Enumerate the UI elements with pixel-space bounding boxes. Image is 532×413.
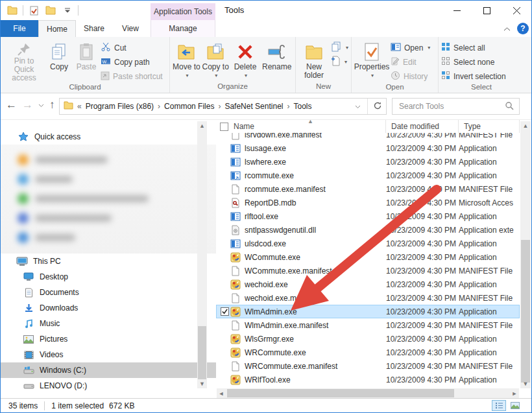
column-header-type[interactable]: Type <box>458 120 520 133</box>
row-checkbox[interactable] <box>221 239 229 248</box>
file-row[interactable]: WRCommute.exe10/23/2009 4:30 PMApplicati… <box>216 346 520 359</box>
file-row[interactable]: ReportDB.mdb10/23/2009 4:30 PMMicrosoft … <box>216 196 520 209</box>
row-checkbox[interactable] <box>221 375 229 384</box>
close-button[interactable] <box>502 1 531 20</box>
select-none-button[interactable]: Select none <box>441 55 506 69</box>
row-checkbox[interactable] <box>221 226 229 234</box>
row-checkbox[interactable] <box>221 212 229 220</box>
row-checkbox[interactable] <box>221 335 229 343</box>
list-horizontal-scrollbar[interactable]: ◄ ► <box>217 388 519 398</box>
tab-file[interactable]: File <box>1 20 38 37</box>
file-row[interactable]: WRCommute.exe.manifest10/23/2009 4:30 PM… <box>216 359 520 373</box>
file-row[interactable]: WlsGrmgr.exe10/23/2009 4:30 PMApplicatio… <box>216 332 520 346</box>
file-row[interactable]: sntlpasswdgenutil.dll10/23/2009 4:30 PMA… <box>216 223 520 237</box>
breadcrumb[interactable]: « Program Files (x86)›Common Files›SafeN… <box>59 98 387 115</box>
thumbnail-view-button[interactable] <box>508 400 522 411</box>
file-row[interactable]: lswhere.exe10/23/2009 4:30 PMApplication <box>216 155 520 169</box>
scroll-up-icon[interactable]: ▲ <box>197 121 207 130</box>
recent-locations-icon[interactable] <box>38 100 44 110</box>
row-checkbox[interactable] <box>221 144 229 152</box>
new-item-button[interactable]: ▾ <box>331 41 348 54</box>
select-all-button[interactable]: Select all <box>441 41 506 54</box>
file-row[interactable]: WCommute.exe10/23/2009 4:30 PMApplicatio… <box>216 250 520 264</box>
breadcrumb-segment[interactable]: Tools <box>291 102 314 111</box>
edit-button[interactable]: Edit <box>391 55 430 69</box>
invert-selection-button[interactable]: Invert selection <box>441 69 506 83</box>
scroll-down-icon[interactable]: ▼ <box>197 379 207 388</box>
file-row[interactable]: WlmAdmin.exe10/23/2009 4:30 PMApplicatio… <box>216 305 520 318</box>
tab-manage[interactable]: Manage <box>151 20 215 37</box>
scroll-down-icon[interactable]: ▼ <box>520 379 531 388</box>
file-row[interactable]: rcommute.exe.manifest10/23/2009 4:30 PMM… <box>216 182 520 196</box>
customize-qat-icon[interactable] <box>61 4 74 17</box>
scrollbar-thumb[interactable] <box>521 240 530 383</box>
row-checkbox[interactable] <box>221 294 229 302</box>
address-dropdown-icon[interactable] <box>351 102 365 111</box>
delete-button[interactable]: Delete ▾ <box>231 40 260 82</box>
back-icon[interactable]: ← <box>6 99 17 112</box>
search-input[interactable] <box>398 101 505 112</box>
file-row[interactable]: WRlfTool.exe10/23/2009 4:30 PMApplicatio… <box>216 373 520 386</box>
file-row[interactable]: wechoid.exe.manifest10/23/2009 4:30 PMMA… <box>216 291 520 305</box>
breadcrumb-separator-icon[interactable]: › <box>217 102 222 111</box>
breadcrumb-segment[interactable]: Program Files (x86) <box>83 102 156 111</box>
column-header-date-modified[interactable]: Date modified <box>385 120 458 133</box>
paste-shortcut-button[interactable]: Paste shortcut <box>101 69 163 83</box>
minimize-button[interactable] <box>442 1 472 20</box>
tab-view[interactable]: View <box>112 20 149 37</box>
pin-to-quick-access-button[interactable]: Pin to Quick access <box>3 40 45 82</box>
sidebar-item-lenovo-d[interactable]: LENOVO (D:) <box>1 378 216 394</box>
row-checkbox[interactable] <box>221 321 229 329</box>
sidebar-scrollbar[interactable]: ▲ ▼ <box>197 121 207 388</box>
sidebar-item-desktop[interactable]: Desktop <box>1 269 216 285</box>
row-checkbox[interactable] <box>221 198 229 207</box>
sidebar-item-windows-c[interactable]: Windows (C:) <box>1 362 216 378</box>
folder-icon[interactable] <box>6 4 19 17</box>
rename-button[interactable]: Rename <box>261 40 293 82</box>
sidebar-item-music[interactable]: Music <box>1 316 216 331</box>
sidebar-item-pictures[interactable]: Pictures <box>1 331 216 347</box>
scroll-right-icon[interactable]: ► <box>510 388 519 398</box>
tab-home[interactable]: Home <box>38 20 76 37</box>
row-checkbox[interactable] <box>221 307 229 316</box>
breadcrumb-separator-icon[interactable]: › <box>285 102 291 111</box>
cut-button[interactable]: Cut <box>101 41 163 54</box>
move-to-button[interactable]: Move to▾ <box>173 40 200 82</box>
refresh-icon[interactable] <box>370 101 385 112</box>
file-row[interactable]: lsusage.exe10/23/2009 4:30 PMApplication <box>216 141 520 155</box>
scrollbar-thumb[interactable] <box>227 389 454 397</box>
copy-button[interactable]: Copy <box>46 40 72 82</box>
sidebar-item-this-pc[interactable]: This PC <box>1 254 216 269</box>
scroll-left-icon[interactable]: ◄ <box>217 388 226 398</box>
row-checkbox[interactable] <box>221 266 229 275</box>
open-button[interactable]: Open ▾ <box>391 41 430 54</box>
maximize-button[interactable] <box>472 1 502 20</box>
row-checkbox[interactable] <box>221 158 229 166</box>
breadcrumb-segment[interactable]: Common Files <box>162 102 217 111</box>
help-icon[interactable]: ? <box>517 23 529 34</box>
row-checkbox[interactable] <box>221 280 229 289</box>
column-header-name[interactable]: Name ▲ <box>230 120 385 133</box>
scroll-up-icon[interactable]: ▲ <box>520 121 531 130</box>
file-row[interactable]: ulsdcod.exe10/23/2009 4:30 PMApplication <box>216 237 520 250</box>
details-view-button[interactable] <box>492 400 506 411</box>
up-icon[interactable]: ↑ <box>49 99 55 112</box>
row-checkbox[interactable] <box>221 185 229 193</box>
row-checkbox[interactable] <box>221 171 229 180</box>
paste-button[interactable]: Paste <box>73 40 99 82</box>
forward-icon[interactable]: → <box>22 99 33 112</box>
properties-button[interactable]: Properties ▾ <box>354 40 389 82</box>
sidebar-item-downloads[interactable]: Downloads <box>1 300 216 316</box>
file-row[interactable]: rlftool.exe10/23/2009 4:30 PMApplication <box>216 209 520 223</box>
properties-quick-icon[interactable] <box>27 4 40 17</box>
breadcrumb-overflow[interactable]: « <box>76 102 83 111</box>
sidebar-item-quick-access[interactable]: Quick access <box>1 129 216 145</box>
breadcrumb-separator-icon[interactable]: › <box>156 102 162 111</box>
easy-access-button[interactable]: ▾ <box>331 55 348 69</box>
row-checkbox[interactable] <box>221 253 229 261</box>
file-row[interactable]: WlmAdmin.exe.manifest10/23/2009 4:30 PMM… <box>216 318 520 332</box>
copy-path-button[interactable]: W... Copy path <box>101 55 163 69</box>
sidebar-item-documents[interactable]: Documents <box>1 285 216 300</box>
file-row[interactable]: WCommute.exe.manifest10/23/2009 4:30 PMM… <box>216 264 520 277</box>
sidebar-item-videos[interactable]: Videos <box>1 347 216 362</box>
